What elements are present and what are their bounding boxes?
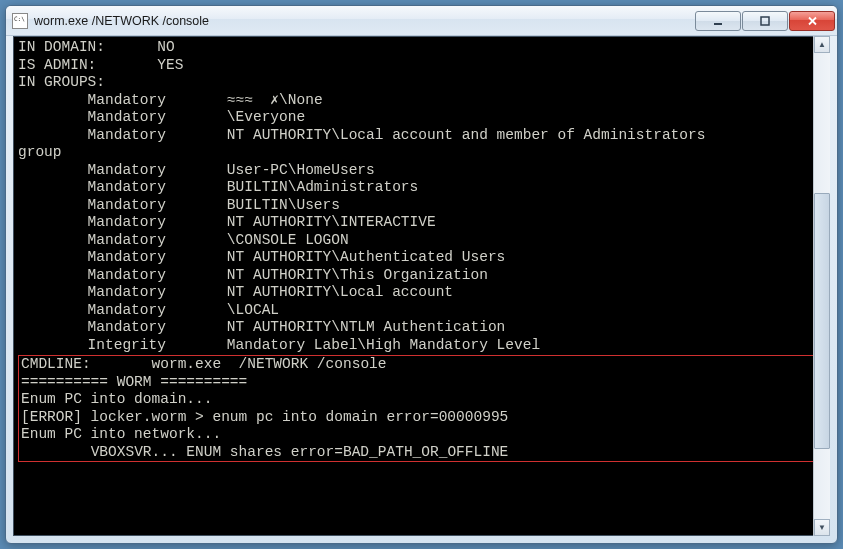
error-line: [ERROR] locker.worm > enum pc into domai… <box>21 409 508 425</box>
highlighted-worm-output: CMDLINE: worm.exe /NETWORK /console ====… <box>18 355 825 462</box>
svg-rect-0 <box>714 23 722 25</box>
console-output: IN DOMAIN: NO IS ADMIN: YES IN GROUPS: M… <box>13 36 830 536</box>
console-icon <box>12 13 28 29</box>
in-groups-label: IN GROUPS: <box>18 74 105 90</box>
scroll-up-button[interactable]: ▲ <box>814 36 830 53</box>
close-button[interactable] <box>789 11 835 31</box>
enum-network-line: Enum PC into network... <box>21 426 221 442</box>
maximize-button[interactable] <box>742 11 788 31</box>
worm-separator: ========== WORM ========== <box>21 374 247 390</box>
scroll-track[interactable] <box>814 53 830 519</box>
window-title: worm.exe /NETWORK /console <box>34 14 695 28</box>
is-admin-value: YES <box>157 57 183 73</box>
titlebar[interactable]: worm.exe /NETWORK /console <box>6 6 837 36</box>
group-wrap-text: group <box>18 144 62 160</box>
cmdline-label: CMDLINE: <box>21 356 91 372</box>
window-controls <box>695 11 835 31</box>
enum-domain-line: Enum PC into domain... <box>21 391 212 407</box>
cmdline-value: worm.exe /NETWORK /console <box>152 356 387 372</box>
svg-rect-1 <box>761 17 769 25</box>
application-window: worm.exe /NETWORK /console IN DOMAIN: NO… <box>5 5 838 544</box>
in-domain-value: NO <box>157 39 174 55</box>
scroll-thumb[interactable] <box>814 193 830 449</box>
vboxsvr-line: VBOXSVR... ENUM shares error=BAD_PATH_OR… <box>91 444 509 460</box>
scroll-down-button[interactable]: ▼ <box>814 519 830 536</box>
vertical-scrollbar[interactable]: ▲ ▼ <box>813 36 830 536</box>
in-domain-label: IN DOMAIN: <box>18 39 105 55</box>
minimize-button[interactable] <box>695 11 741 31</box>
is-admin-label: IS ADMIN: <box>18 57 96 73</box>
